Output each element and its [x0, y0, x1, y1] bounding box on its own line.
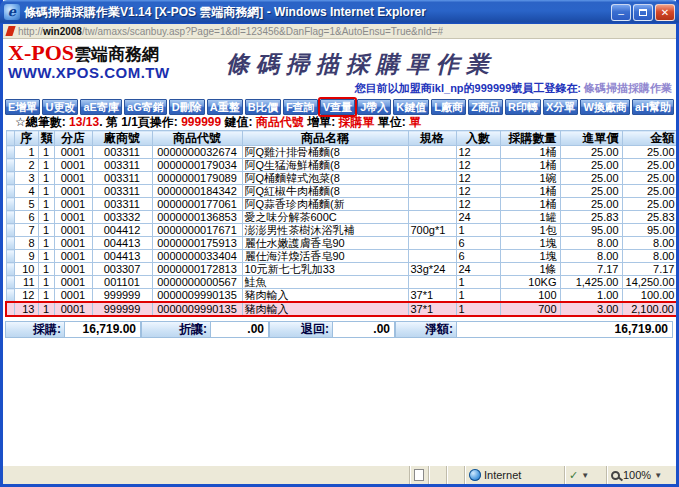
- totals-bar: 採購:16,719.00折讓:.00退回:.00淨額:16,719.00: [5, 321, 673, 338]
- table-row[interactable]: 5100010033110000000177061阿Q蒜香珍肉桶麵(新121桶2…: [6, 198, 676, 211]
- row-selector[interactable]: [6, 159, 14, 172]
- address-bar: http://win2008/tw/amaxs/scanbuy.asp?Page…: [3, 24, 676, 39]
- xpos-logo: X-POS雲端商務網 WWW.XPOS.COM.TW: [8, 41, 170, 82]
- cell: 3.00: [560, 302, 622, 316]
- url-field[interactable]: http://win2008/tw/amaxs/scanbuy.asp?Page…: [18, 26, 443, 37]
- table-row[interactable]: 2100010033110000000179034阿Q生猛海鮮桶麵(8121桶2…: [6, 159, 676, 172]
- cell: 700g*1: [408, 224, 456, 237]
- toolbar-button-a[interactable]: A重整: [207, 99, 243, 115]
- toolbar-button-d[interactable]: D刪除: [169, 99, 205, 115]
- cell: [408, 185, 456, 198]
- cell: 003311: [92, 198, 152, 211]
- cell: 12: [456, 198, 500, 211]
- column-header: 商品代號: [152, 131, 242, 146]
- cell: 25.00: [560, 185, 622, 198]
- zoom-dropdown-icon: ▼: [654, 471, 662, 480]
- toolbar-button-l[interactable]: L廠商: [431, 99, 466, 115]
- maximize-button[interactable]: [633, 4, 653, 21]
- cell: 1: [38, 185, 54, 198]
- toolbar-button-j[interactable]: J帶入: [357, 99, 391, 115]
- title-bar[interactable]: e 條碼掃描採購作業V1.14 [X-POS 雲端商務網] - Windows …: [0, 0, 679, 24]
- row-selector[interactable]: [6, 146, 14, 159]
- login-info-prefix: 您目前以加盟商ikl_np的999999號員工登錄在:: [355, 82, 584, 94]
- column-header: 分店: [54, 131, 92, 146]
- cell: 1塊: [500, 237, 560, 250]
- toolbar-button-w[interactable]: W換廠商: [580, 99, 629, 115]
- row-selector[interactable]: [6, 237, 14, 250]
- cell: 阿Q生猛海鮮桶麵(8: [242, 159, 408, 172]
- cell: 麗仕水嫩護膚香皂90: [242, 237, 408, 250]
- cell: 1罐: [500, 211, 560, 224]
- cell: 24: [456, 263, 500, 276]
- cell: 豬肉輸入: [242, 302, 408, 316]
- row-selector[interactable]: [6, 172, 14, 185]
- row-selector[interactable]: [6, 185, 14, 198]
- total-value: 16,719.00: [65, 321, 141, 338]
- cell: 7.17: [560, 263, 622, 276]
- toolbar-button-ag[interactable]: aG寄銷: [124, 99, 167, 115]
- cell: 1桶: [500, 198, 560, 211]
- table-row[interactable]: 4100010033110000000184342阿Q紅椒牛肉桶麵(8121桶2…: [6, 185, 676, 198]
- table-row[interactable]: 8100010044130000000175913麗仕水嫩護膚香皂9061塊8.…: [6, 237, 676, 250]
- cell: 25.00: [622, 159, 676, 172]
- zoom-control[interactable]: 100% ▼: [606, 466, 676, 484]
- cell: 愛之味分解茶600C: [242, 211, 408, 224]
- toolbar-button-f[interactable]: F查詢: [283, 99, 318, 115]
- logo-website[interactable]: WWW.XPOS.COM.TW: [8, 65, 170, 82]
- row-selector[interactable]: [6, 302, 14, 316]
- minimize-button[interactable]: _: [611, 4, 631, 21]
- close-button[interactable]: ✕: [655, 4, 675, 21]
- toolbar-button-k[interactable]: K鍵值: [393, 99, 429, 115]
- cell: 0000000032674: [152, 146, 242, 159]
- cell: 003311: [92, 146, 152, 159]
- cell: 0001: [54, 159, 92, 172]
- table-row[interactable]: 12100019999990000009990135豬肉輸入37*111001.…: [6, 289, 676, 303]
- row-selector[interactable]: [6, 289, 14, 303]
- toolbar-button-z[interactable]: Z商品: [468, 99, 503, 115]
- row-selector[interactable]: [6, 211, 14, 224]
- row-selector[interactable]: [6, 198, 14, 211]
- table-row[interactable]: 6100010033320000000136853愛之味分解茶600C241罐2…: [6, 211, 676, 224]
- table-row[interactable]: 11100010011010000000000567鮭魚110KG1,425.0…: [6, 276, 676, 289]
- document-icon: [414, 469, 424, 481]
- toolbar-button-r[interactable]: R印轉: [505, 99, 541, 115]
- cell: 0001: [54, 172, 92, 185]
- cell: 12: [456, 185, 500, 198]
- row-selector[interactable]: [6, 250, 14, 263]
- purchase-table: 序類分店廠商號商品代號商品名稱規格入數採購數量進單價金額 11000100331…: [5, 130, 676, 317]
- toolbar-button-e[interactable]: E增單: [5, 99, 40, 115]
- toolbar-button-x[interactable]: X分單: [543, 99, 578, 115]
- total-value: .00: [211, 321, 269, 338]
- toolbar-button-u[interactable]: U更改: [42, 99, 78, 115]
- toolbar-button-ah[interactable]: aH幫助: [632, 99, 674, 115]
- toolbar-button-v[interactable]: V查量: [320, 99, 355, 115]
- row-selector[interactable]: [6, 224, 14, 237]
- status-segment: ☆總筆數:: [15, 115, 69, 129]
- row-selector[interactable]: [6, 263, 14, 276]
- cell: [408, 198, 456, 211]
- empty-pane-1: [428, 466, 446, 484]
- table-row[interactable]: 13100019999990000009990135豬肉輸入37*117003.…: [6, 302, 676, 316]
- table-row[interactable]: 3100010033110000000179089阿Q桶麵韓式泡菜(8121碗2…: [6, 172, 676, 185]
- page-icon: [5, 26, 15, 36]
- phishing-filter-pane[interactable]: ✓ ▼: [564, 466, 606, 484]
- document-pane: [409, 466, 428, 484]
- zone-label: Internet: [484, 469, 521, 481]
- cell: 0000000184342: [152, 185, 242, 198]
- cell: 25.00: [560, 146, 622, 159]
- toolbar-button-ae[interactable]: aE寄庫: [80, 99, 122, 115]
- cell: 12: [14, 289, 38, 303]
- login-info: 您目前以加盟商ikl_np的999999號員工登錄在: 條碼掃描採購作業: [355, 81, 672, 96]
- toolbar-button-b[interactable]: B比價: [245, 99, 281, 115]
- cell: 37*1: [408, 289, 456, 303]
- table-row[interactable]: 1010001003307000000017281310元新七七乳加3333g*…: [6, 263, 676, 276]
- table-row[interactable]: 7100010044120000000017671澎澎男性茶樹沐浴乳補700g*…: [6, 224, 676, 237]
- cell: 7: [14, 224, 38, 237]
- row-selector[interactable]: [6, 276, 14, 289]
- cell: 0001: [54, 289, 92, 303]
- table-row[interactable]: 1100010033110000000032674阿Q雞汁排骨桶麵(8121桶2…: [6, 146, 676, 159]
- status-segment: 單: [409, 115, 421, 129]
- cell: 8.00: [622, 237, 676, 250]
- cell: 1.00: [560, 289, 622, 303]
- table-row[interactable]: 9100010044130000000033404麗仕海洋煥活香皂9061塊8.…: [6, 250, 676, 263]
